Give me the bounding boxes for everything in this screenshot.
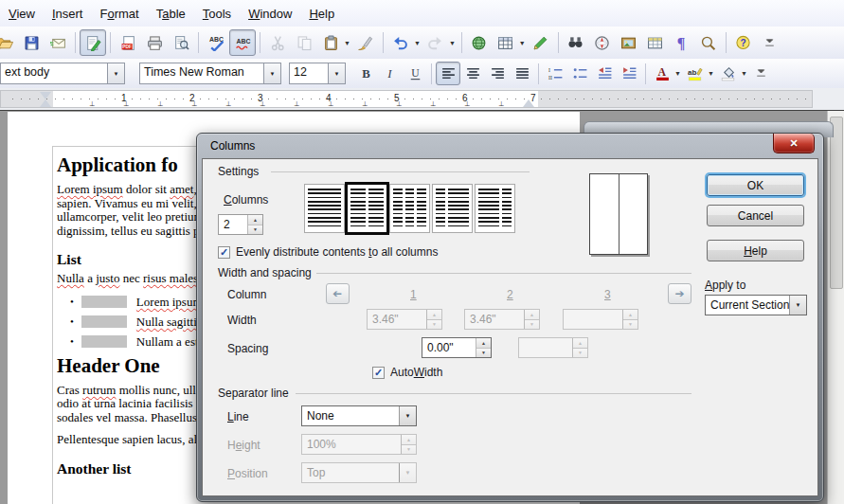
align-left-button[interactable] [436, 62, 460, 85]
chevron-down-icon[interactable]: ▼ [674, 70, 681, 77]
data-sources-button[interactable] [642, 29, 669, 56]
chevron-down-icon[interactable]: ▼ [107, 63, 124, 83]
chevron-down-icon[interactable]: ▼ [328, 63, 345, 83]
increase-indent-button[interactable] [617, 62, 641, 85]
right-indent-marker[interactable] [523, 99, 534, 107]
close-button[interactable]: ✕ [773, 134, 815, 153]
formatting-marks-button[interactable]: ¶ [669, 29, 695, 56]
help-button[interactable]: Help [707, 240, 804, 261]
preset-two-columns[interactable] [347, 184, 387, 233]
autowidth-checkbox[interactable]: ✓ [372, 367, 385, 379]
menu-help[interactable]: Help [300, 2, 343, 26]
chevron-down-icon[interactable]: ▼ [399, 406, 416, 425]
chevron-down-icon[interactable]: ▼ [449, 40, 456, 46]
cut-button[interactable] [264, 29, 291, 56]
horizontal-ruler[interactable]: 1234567 ⊥⊥⊥⊥⊥⊥⊥⊥⊥⊥⊥⊥⊥ [0, 90, 813, 108]
navigator-button[interactable] [589, 29, 616, 56]
spin-up-icon[interactable]: ▲ [248, 215, 262, 225]
spin-down-icon[interactable]: ▼ [476, 348, 491, 358]
decrease-indent-button[interactable] [592, 62, 617, 85]
italic-button[interactable]: I [378, 62, 403, 85]
draw-functions-button[interactable] [528, 29, 554, 56]
line-position-combo[interactable]: Top ▼ [301, 462, 417, 483]
menu-format[interactable]: Format [91, 2, 147, 26]
preset-one-column[interactable] [304, 184, 345, 233]
redo-button[interactable] [422, 29, 449, 56]
table-button[interactable] [493, 29, 519, 56]
chevron-down-icon[interactable]: ▼ [741, 70, 747, 77]
scrollbar-thumb[interactable] [830, 117, 843, 289]
chevron-down-icon[interactable]: ▼ [263, 63, 280, 83]
menu-insert[interactable]: Insert [44, 2, 92, 26]
chevron-down-icon[interactable]: ▼ [519, 40, 526, 46]
help-button[interactable]: ? [730, 29, 757, 56]
hyperlink-button[interactable] [466, 29, 493, 56]
edit-file-button[interactable] [80, 29, 106, 56]
bullet-list-button[interactable] [567, 62, 592, 85]
fmt-overflow-button[interactable] [749, 62, 774, 85]
spacing-2-input[interactable]: ▲▼ [518, 337, 588, 358]
ok-button[interactable]: OK [707, 174, 804, 196]
font-color-button[interactable]: A [650, 62, 674, 85]
spin-down-icon[interactable]: ▼ [248, 225, 262, 235]
font-name-combo[interactable]: Times New Roman ▼ [139, 63, 281, 84]
auto-spellcheck-button[interactable]: ABC [229, 29, 256, 56]
vertical-scrollbar[interactable] [827, 111, 844, 504]
highlight-button[interactable]: ab [683, 62, 708, 85]
paste-button[interactable] [317, 29, 344, 56]
menu-view[interactable]: View [0, 2, 44, 26]
undo-button[interactable] [387, 29, 414, 56]
align-right-button[interactable] [485, 62, 510, 85]
save-button[interactable] [18, 29, 45, 56]
next-column-button[interactable]: ➔ [668, 283, 691, 304]
chevron-down-icon[interactable]: ▼ [414, 40, 421, 46]
spin-up-icon[interactable]: ▲ [476, 338, 491, 348]
numbered-list-button[interactable]: III [543, 62, 567, 85]
width-column-2-input[interactable]: 3.46" ▲▼ [464, 309, 540, 330]
gallery-button[interactable] [616, 29, 642, 56]
preset-left-narrow[interactable] [432, 184, 473, 233]
export-pdf-button[interactable]: PDF [115, 29, 141, 56]
font-size-combo[interactable]: 12 ▼ [289, 63, 346, 84]
bold-button[interactable]: B [353, 62, 378, 85]
previous-column-button[interactable]: ➔ [326, 283, 350, 304]
find-replace-button[interactable] [563, 29, 589, 56]
menu-table[interactable]: Table [148, 2, 194, 26]
preview-column-divider [619, 174, 620, 254]
zoom-button[interactable] [695, 29, 722, 56]
chevron-down-icon[interactable]: ▼ [789, 296, 806, 315]
preset-three-columns[interactable] [389, 184, 430, 233]
preset-right-narrow[interactable] [475, 184, 515, 233]
menu-window[interactable]: Window [240, 2, 300, 26]
underline-button[interactable]: U [403, 62, 427, 85]
spelling-button[interactable]: ABC [203, 29, 229, 56]
print-button[interactable] [141, 29, 168, 56]
columns-count-stepper[interactable]: 2 ▲▼ [218, 214, 263, 235]
line-height-input[interactable]: 100% ▲▼ [301, 434, 417, 455]
undo-icon [392, 35, 408, 51]
apply-to-combo[interactable]: Current Section ▼ [705, 295, 807, 315]
width-column-1-input[interactable]: 3.46" ▲▼ [367, 309, 442, 330]
clone-formatting-button[interactable] [352, 29, 379, 56]
chevron-down-icon[interactable]: ▼ [344, 40, 350, 46]
first-line-indent-marker[interactable] [40, 92, 51, 99]
copy-button[interactable] [291, 29, 317, 56]
align-center-button[interactable] [460, 62, 485, 85]
cancel-button[interactable]: Cancel [707, 205, 804, 226]
tab-stop-icon: ⊥ [191, 100, 197, 108]
menu-tools[interactable]: Tools [194, 2, 240, 26]
gallery-icon [620, 35, 637, 51]
paragraph-style-combo[interactable]: ext body ▼ [0, 63, 125, 84]
left-indent-marker[interactable] [40, 99, 51, 107]
print-preview-button[interactable] [168, 29, 194, 56]
evenly-distribute-checkbox[interactable]: ✓ [218, 246, 230, 259]
open-button[interactable] [0, 29, 18, 56]
line-style-combo[interactable]: None ▼ [301, 405, 417, 426]
std-overflow-button[interactable] [757, 29, 783, 56]
spacing-1-input[interactable]: 0.00" ▲▼ [422, 337, 492, 358]
justify-button[interactable] [510, 62, 534, 85]
email-button[interactable] [45, 29, 71, 56]
background-color-button[interactable] [716, 62, 741, 85]
chevron-down-icon[interactable]: ▼ [708, 70, 714, 77]
width-column-3-input[interactable]: ▲▼ [563, 309, 638, 330]
